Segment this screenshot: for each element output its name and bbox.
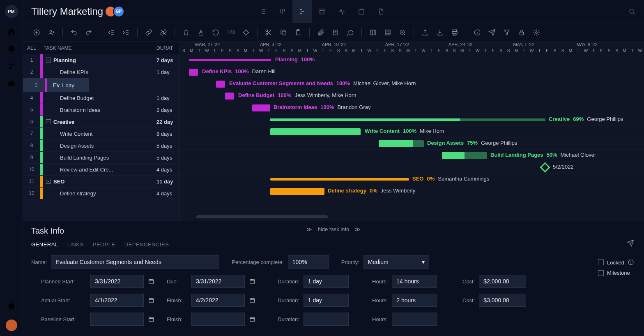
task-row[interactable]: 12 Define strategy 4 days <box>23 188 179 199</box>
task-row[interactable]: 2 Define KPIs 1 day <box>23 66 179 78</box>
task-row[interactable]: 3 Evaluate Customer ... 1 day <box>23 78 89 92</box>
priority-select[interactable]: Medium▾ <box>363 255 429 269</box>
help-icon[interactable] <box>7 302 16 311</box>
date-input[interactable]: 4/1/2022 <box>90 294 144 307</box>
gantt-bar[interactable] <box>225 93 234 100</box>
people-icon[interactable] <box>7 62 16 70</box>
task-row[interactable]: 6 −Creative 22 day <box>23 116 179 128</box>
tab-dependencies[interactable]: DEPENDENCIES <box>124 241 169 248</box>
view-file-icon[interactable] <box>371 0 391 23</box>
trash-icon[interactable] <box>182 29 190 36</box>
app-logo[interactable]: PM <box>5 5 18 18</box>
duration-input[interactable]: 1 day <box>304 275 349 288</box>
gantt-bar[interactable] <box>270 178 409 181</box>
filter-icon[interactable] <box>503 29 511 36</box>
calendar-icon[interactable] <box>249 316 255 322</box>
calendar-icon[interactable] <box>148 297 154 304</box>
date-input[interactable] <box>191 313 245 326</box>
gantt-bar[interactable] <box>270 128 361 135</box>
gantt-bar[interactable] <box>252 104 270 111</box>
gantt-bar[interactable] <box>189 69 198 76</box>
date-input[interactable]: 4/2/2022 <box>191 294 245 307</box>
attach-icon[interactable] <box>317 29 324 36</box>
gantt-bar[interactable] <box>270 188 324 195</box>
info-icon[interactable] <box>474 29 481 36</box>
gantt-scrollbar[interactable] <box>196 215 328 218</box>
plus-icon[interactable] <box>7 285 16 293</box>
view-list-icon[interactable] <box>253 0 273 23</box>
paste-icon[interactable] <box>294 29 302 36</box>
hide-task-info-button[interactable]: ≫hide task info≫ <box>306 226 361 232</box>
gantt-bar[interactable] <box>189 59 271 61</box>
cost-input[interactable]: $2,000.00 <box>479 275 526 288</box>
view-board-icon[interactable] <box>273 0 292 23</box>
grid-icon[interactable] <box>384 29 391 36</box>
print-icon[interactable] <box>451 29 458 36</box>
date-input[interactable] <box>90 313 144 326</box>
calendar-icon[interactable] <box>249 297 255 304</box>
date-input[interactable]: 3/31/2022 <box>191 275 245 288</box>
member-avatars[interactable]: GP <box>108 6 124 17</box>
hours-input[interactable]: 14 hours <box>392 275 437 288</box>
gantt-chart[interactable]: MAR, 27 '22APR, 3 '22APR, 10 '22APR, 17 … <box>180 42 644 221</box>
view-activity-icon[interactable] <box>332 0 352 23</box>
send-plane-icon[interactable] <box>488 29 496 36</box>
gantt-bar[interactable] <box>379 140 424 147</box>
calendar-icon[interactable] <box>148 278 154 285</box>
date-input[interactable]: 3/31/2022 <box>90 275 144 288</box>
view-sheet-icon[interactable] <box>312 0 332 23</box>
hours-input[interactable] <box>392 313 437 326</box>
col-taskname[interactable]: TASK NAME <box>40 45 155 51</box>
import-icon[interactable] <box>436 29 444 36</box>
duration-input[interactable] <box>304 313 349 326</box>
cut-icon[interactable] <box>265 29 272 36</box>
calendar-icon[interactable] <box>148 316 154 322</box>
task-row[interactable]: 8 Design Assets 5 days <box>23 140 179 152</box>
col-all[interactable]: ALL <box>23 45 40 51</box>
revert-icon[interactable] <box>212 29 219 36</box>
text-color-icon[interactable] <box>197 29 205 36</box>
task-row[interactable]: 1 −Planning 7 days <box>23 54 179 66</box>
link-icon[interactable] <box>145 29 152 36</box>
task-row[interactable]: 11 −SEO 11 day <box>23 176 179 188</box>
note-icon[interactable] <box>332 29 339 36</box>
diamond-icon[interactable] <box>242 29 250 36</box>
lock-icon[interactable] <box>518 29 525 36</box>
home-icon[interactable] <box>7 27 16 35</box>
name-input[interactable]: Evaluate Customer Segments and Needs <box>51 255 219 269</box>
gear-icon[interactable] <box>533 29 540 36</box>
clock-icon[interactable] <box>7 44 16 53</box>
send-icon[interactable] <box>627 239 634 247</box>
copy-icon[interactable] <box>280 29 287 36</box>
outdent-icon[interactable] <box>108 29 115 36</box>
briefcase-icon[interactable] <box>7 79 16 87</box>
tab-general[interactable]: GENERAL <box>31 241 58 248</box>
add-person-icon[interactable] <box>48 29 55 36</box>
redo-icon[interactable] <box>85 29 92 36</box>
pct-input[interactable]: 100% <box>288 255 329 269</box>
search-icon[interactable] <box>628 8 636 15</box>
tab-links[interactable]: LINKS <box>67 241 84 248</box>
calendar-icon[interactable] <box>249 278 255 285</box>
task-row[interactable]: 9 Build Landing Pages 5 days <box>23 152 179 164</box>
col-duration[interactable]: DURAT <box>155 45 179 51</box>
export-icon[interactable] <box>421 29 429 36</box>
tab-people[interactable]: PEOPLE <box>93 241 115 248</box>
columns-icon[interactable] <box>369 29 377 36</box>
task-row[interactable]: 7 Write Content 8 days <box>23 128 179 140</box>
task-row[interactable]: 5 Brainstorm Ideas 2 days <box>23 104 179 116</box>
locked-checkbox[interactable] <box>598 260 604 265</box>
gantt-bar[interactable] <box>442 152 487 159</box>
cost-input[interactable]: $3,000.00 <box>479 294 526 307</box>
comment-icon[interactable] <box>347 29 354 36</box>
view-gantt-icon[interactable] <box>292 0 312 23</box>
view-calendar-icon[interactable] <box>352 0 371 23</box>
gantt-bar[interactable] <box>216 81 225 88</box>
zoom-icon[interactable] <box>399 29 406 36</box>
undo-icon[interactable] <box>70 29 78 36</box>
gantt-bar[interactable] <box>270 118 545 121</box>
unlink-icon[interactable] <box>160 29 167 36</box>
user-avatar[interactable] <box>6 320 17 331</box>
task-row[interactable]: 4 Define Budget 1 day <box>23 92 179 104</box>
add-circle-icon[interactable] <box>33 29 40 36</box>
